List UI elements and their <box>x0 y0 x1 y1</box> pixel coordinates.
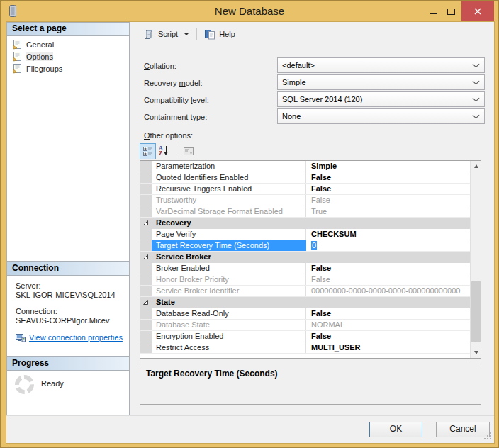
property-name: Recursive Triggers Enabled <box>152 184 306 194</box>
minimize-button[interactable] <box>426 4 442 19</box>
recovery-model-value: Simple <box>282 78 306 86</box>
property-name: VarDecimal Storage Format Enabled <box>152 206 306 217</box>
recovery-model-label: Recovery model: <box>144 79 203 87</box>
select-a-page-section: Select a page General <box>6 22 130 262</box>
ok-button[interactable]: OK <box>369 422 422 437</box>
property-value: 00000000-0000-0000-0000-000000000000 <box>306 286 470 296</box>
property-name: Database Read-Only <box>152 308 306 319</box>
grid-row-honor-broker-priority[interactable]: Honor Broker Priority False <box>140 274 470 286</box>
script-icon <box>143 28 155 40</box>
script-dropdown-icon[interactable] <box>184 33 189 35</box>
property-value: False <box>306 195 470 206</box>
maximize-button[interactable] <box>443 4 459 19</box>
property-value: False <box>306 263 470 274</box>
property-name: Trustworthy <box>152 195 306 206</box>
property-grid-toolbar: AZ <box>140 142 196 159</box>
property-name: Encryption Enabled <box>152 331 306 342</box>
resize-grip[interactable] <box>484 432 492 440</box>
link-label: View connection properties <box>29 333 123 342</box>
arrow-up-icon <box>474 164 478 168</box>
minimize-icon <box>430 13 437 14</box>
property-name: Parameterization <box>152 161 306 172</box>
property-value-editor[interactable]: 0 <box>306 240 470 251</box>
sidebar-item-label: Options <box>26 52 53 61</box>
main-toolbar: Script Help <box>133 22 494 46</box>
compatibility-level-label: Compatibility level: <box>144 96 209 104</box>
grid-row-quoted-identifiers-enabled[interactable]: Quoted Identifiers Enabled False <box>140 172 470 184</box>
sidebar-item-filegroups[interactable]: Filegroups <box>7 62 129 74</box>
grid-row-trustworthy[interactable]: Trustworthy False <box>140 195 470 206</box>
cancel-button[interactable]: Cancel <box>436 422 490 437</box>
help-book-icon <box>204 28 215 40</box>
select-a-page-header: Select a page <box>7 23 129 36</box>
help-button[interactable]: Help <box>201 26 239 42</box>
compatibility-level-select[interactable]: SQL Server 2014 (120) <box>277 91 485 107</box>
property-name-selected: Target Recovery Time (Seconds) <box>152 240 306 251</box>
grid-scrollbar[interactable] <box>470 161 481 358</box>
property-value: False <box>306 308 470 319</box>
grid-row-recursive-triggers-enabled[interactable]: Recursive Triggers Enabled False <box>140 184 470 195</box>
property-value: Simple <box>306 161 470 172</box>
window-title: New Database <box>1 5 498 17</box>
sidebar-item-general[interactable]: General <box>7 38 129 50</box>
category-expander-icon <box>142 299 149 306</box>
server-label: Server: <box>16 281 125 291</box>
script-button[interactable]: Script <box>140 26 193 42</box>
collation-select[interactable]: <default> <box>277 57 485 73</box>
grid-category-service-broker[interactable]: Service Broker <box>140 252 470 263</box>
property-value: False <box>306 172 470 183</box>
toolbar-separator <box>196 28 197 40</box>
grid-row-database-read-only[interactable]: Database Read-Only False <box>140 308 470 320</box>
grid-row-broker-enabled[interactable]: Broker Enabled False <box>140 263 470 274</box>
progress-header: Progress <box>7 357 129 371</box>
grid-category-recovery[interactable]: Recovery <box>140 218 470 229</box>
property-name: Honor Broker Priority <box>152 274 306 285</box>
category-name: State <box>152 297 175 308</box>
chevron-down-icon <box>470 77 481 87</box>
property-name: Database State <box>152 320 306 330</box>
collation-value: <default> <box>282 61 315 69</box>
arrow-down-icon <box>474 351 478 354</box>
maximize-icon <box>447 9 455 15</box>
grid-row-parameterization[interactable]: Parameterization Simple <box>140 161 470 172</box>
connection-header: Connection <box>7 262 129 276</box>
grid-category-state[interactable]: State <box>140 297 470 308</box>
grid-row-encryption-enabled[interactable]: Encryption Enabled False <box>140 331 470 342</box>
other-options-label: Other options: <box>144 131 193 140</box>
property-name: Restrict Access <box>152 342 306 353</box>
property-grid: Parameterization Simple Quoted Identifie… <box>140 160 481 359</box>
grid-row-service-broker-identifier[interactable]: Service Broker Identifier 00000000-0000-… <box>140 286 470 297</box>
property-value: False <box>306 184 470 194</box>
footer-separator <box>6 415 494 416</box>
grid-row-page-verify[interactable]: Page Verify CHECKSUM <box>140 229 470 240</box>
containment-type-value: None <box>282 112 301 121</box>
sidebar-item-options[interactable]: Options <box>7 50 129 62</box>
progress-status: Ready <box>41 379 64 388</box>
grid-row-restrict-access[interactable]: Restrict Access MULTI_USER <box>140 342 470 354</box>
sidebar-item-label: General <box>26 40 54 49</box>
category-expander-icon <box>142 220 149 226</box>
grid-row-database-state[interactable]: Database State NORMAL <box>140 320 470 331</box>
alphabetical-button[interactable]: AZ <box>156 143 172 159</box>
recovery-model-select[interactable]: Simple <box>277 74 485 90</box>
category-name: Recovery <box>152 218 191 228</box>
scroll-up-button[interactable] <box>471 161 481 172</box>
property-description-panel: Target Recovery Time (Seconds) <box>140 364 481 405</box>
titlebar[interactable]: New Database <box>1 1 498 22</box>
grid-row-vardecimal-storage-format-enabled[interactable]: VarDecimal Storage Format Enabled True <box>140 206 470 218</box>
grid-row-target-recovery-time[interactable]: Target Recovery Time (Seconds) 0 <box>140 240 470 252</box>
scrollbar-thumb[interactable] <box>471 281 481 342</box>
view-connection-properties-link[interactable]: View connection properties <box>16 333 125 342</box>
containment-type-select[interactable]: None <box>277 108 485 124</box>
progress-body: Ready <box>7 371 129 415</box>
progress-section: Progress Ready <box>6 357 130 415</box>
property-grid-rows: Parameterization Simple Quoted Identifie… <box>140 161 470 354</box>
close-button[interactable] <box>461 1 494 21</box>
page-icon <box>12 52 23 62</box>
categorized-button[interactable] <box>140 143 156 159</box>
scroll-down-button[interactable] <box>471 347 481 358</box>
property-value: False <box>306 331 470 342</box>
page-icon <box>12 40 23 50</box>
new-database-dialog: New Database Select a page <box>0 0 499 448</box>
page-icon <box>12 64 23 74</box>
